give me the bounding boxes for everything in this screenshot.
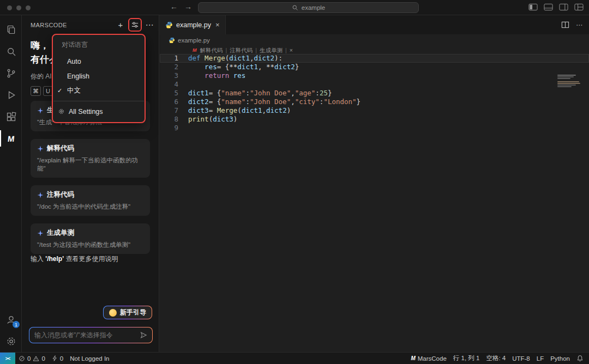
marscode-logo-icon: M — [411, 355, 415, 361]
notifications-status[interactable] — [573, 353, 589, 364]
new-chat-button[interactable]: + — [115, 19, 127, 31]
code-line-4[interactable]: 4 — [160, 80, 589, 89]
tab-label: example.py — [176, 21, 211, 29]
menu-item-label: 中文 — [67, 86, 81, 95]
prompt-cards: 生成代码 "生成一个冒泡排序算法" 解释代码 "/explain 解释一下当前选… — [31, 101, 150, 254]
line-number: 2 — [160, 63, 188, 71]
accounts-icon[interactable]: 1 — [0, 308, 22, 330]
lens-comment-link[interactable]: 注释代码 — [230, 46, 253, 54]
marscode-sidebar-icon[interactable]: M — [0, 128, 22, 149]
editor-more-icon[interactable]: ⋯ — [576, 21, 582, 29]
line-number: 7 — [160, 106, 188, 115]
extensions-icon[interactable] — [0, 106, 22, 128]
chat-input[interactable] — [34, 331, 136, 339]
card-generate-tests[interactable]: 生成单测 "/test 为这段选中的函数生成单测" — [31, 223, 150, 254]
line-number: 3 — [160, 71, 188, 80]
panel-title: MARSCODE — [31, 22, 115, 28]
eol-status[interactable]: LF — [533, 353, 547, 364]
sparkle-icon — [37, 230, 44, 236]
marscode-status[interactable]: M MarsCode — [407, 353, 449, 364]
code-lines: 1def Merge(dict1,dict2):2 res= {**dict1,… — [160, 54, 589, 132]
breadcrumb[interactable]: example.py — [160, 34, 589, 46]
layout-controls — [528, 3, 584, 11]
line-number: 9 — [160, 124, 188, 132]
customize-layout-icon[interactable] — [574, 3, 584, 11]
command-center[interactable]: example — [198, 2, 419, 13]
python-icon — [169, 37, 175, 44]
status-bar: >< 0 0 0 Not Logged In M MarsCode 行 1, 列… — [0, 352, 589, 364]
minimize-window-button[interactable] — [16, 5, 21, 10]
breadcrumb-file: example.py — [178, 37, 210, 44]
menu-item-label: English — [67, 72, 89, 80]
zoom-window-button[interactable] — [26, 5, 31, 10]
line-content: print(dict3) — [188, 115, 237, 124]
menu-item-english[interactable]: English — [53, 69, 145, 83]
sparkle-icon — [37, 107, 44, 114]
minimap[interactable] — [557, 75, 582, 87]
split-editor-icon[interactable] — [561, 21, 569, 29]
source-control-icon[interactable] — [0, 62, 22, 84]
traffic-lights — [7, 5, 31, 10]
run-debug-icon[interactable] — [0, 84, 22, 106]
menu-item-auto[interactable]: Auto — [53, 54, 145, 69]
line-content: dict3= Merge(dict1,dict2) — [188, 106, 291, 115]
toggle-sidebar-left-icon[interactable] — [528, 3, 538, 11]
code-line-5[interactable]: 5dict1= {"name":"John Doe","age":25} — [160, 89, 589, 98]
settings-gear-icon[interactable] — [0, 330, 22, 352]
lens-explain-link[interactable]: 解释代码 — [200, 46, 223, 54]
warning-count: 0 — [41, 355, 45, 362]
activity-bar: M 1 — [0, 15, 22, 352]
lens-close-icon[interactable]: × — [290, 46, 293, 54]
explorer-icon[interactable] — [0, 19, 22, 40]
line-content: dict1= {"name":"John Doe","age":25} — [188, 89, 332, 98]
help-command: '/help' — [45, 255, 64, 263]
all-settings-label: All Settings — [69, 108, 103, 116]
language-mode-status[interactable]: Python — [547, 353, 573, 364]
settings-sliders-button[interactable] — [128, 18, 142, 32]
code-line-8[interactable]: 8print(dict3) — [160, 115, 589, 124]
problems-status[interactable]: 0 0 — [15, 353, 49, 364]
check-icon: ✓ — [57, 87, 62, 94]
code-line-2[interactable]: 2 res= {**dict1, **dict2} — [160, 63, 589, 71]
card-desc: "/test 为这段选中的函数生成单测" — [37, 241, 143, 249]
card-title: 生成单测 — [47, 228, 74, 238]
card-desc: "/doc 为当前选中的代码生成注释" — [37, 203, 143, 211]
line-number: 4 — [160, 80, 188, 89]
indentation-status[interactable]: 空格: 4 — [483, 353, 509, 364]
code-editor[interactable]: M 解释代码 | 注释代码 | 生成单测 | × 1def Merge(dict… — [160, 46, 589, 352]
tab-close-icon[interactable]: × — [215, 21, 220, 29]
ports-status[interactable]: 0 — [49, 353, 67, 364]
tab-bar: example.py × ⋯ — [160, 15, 589, 34]
card-explain-code[interactable]: 解释代码 "/explain 解释一下当前选中函数的功能" — [31, 139, 150, 178]
close-window-button[interactable] — [7, 5, 12, 10]
code-line-9[interactable]: 9 — [160, 124, 589, 132]
search-sidebar-icon[interactable] — [0, 40, 22, 62]
code-line-7[interactable]: 7dict3= Merge(dict1,dict2) — [160, 106, 589, 115]
line-content: def Merge(dict1,dict2): — [188, 54, 283, 63]
send-icon[interactable] — [140, 331, 147, 339]
toggle-sidebar-right-icon[interactable] — [559, 3, 568, 11]
code-line-6[interactable]: 6dict2= {"name":"John Doe","city":"Londo… — [160, 98, 589, 106]
login-status[interactable]: Not Logged In — [67, 353, 112, 364]
cursor-position-status[interactable]: 行 1, 列 1 — [450, 353, 483, 364]
back-icon[interactable]: ← — [170, 2, 178, 11]
onboarding-button[interactable]: 新手引导 — [103, 306, 152, 319]
lens-test-link[interactable]: 生成单测 — [260, 46, 283, 54]
chat-input-wrapper — [29, 327, 153, 343]
forward-icon[interactable]: → — [184, 2, 192, 11]
encoding-status[interactable]: UTF-8 — [509, 353, 533, 364]
error-count: 0 — [27, 355, 31, 362]
code-line-3[interactable]: 3 return res — [160, 71, 589, 80]
card-comment-code[interactable]: 注释代码 "/doc 为当前选中的代码生成注释" — [31, 185, 150, 216]
panel-more-button[interactable]: ⋯ — [143, 19, 155, 31]
card-desc: "/explain 解释一下当前选中函数的功能" — [37, 156, 143, 173]
code-line-1[interactable]: 1def Merge(dict1,dict2): — [160, 54, 589, 63]
accounts-badge: 1 — [13, 321, 20, 328]
menu-item-all-settings[interactable]: All Settings — [53, 104, 145, 119]
menu-item-chinese[interactable]: ✓ 中文 — [53, 83, 145, 98]
toggle-panel-icon[interactable] — [544, 3, 553, 11]
sparkle-icon — [37, 145, 44, 152]
remote-indicator[interactable]: >< — [0, 353, 15, 364]
onboarding-label: 新手引导 — [120, 308, 146, 317]
tab-example-py[interactable]: example.py × — [160, 15, 226, 34]
